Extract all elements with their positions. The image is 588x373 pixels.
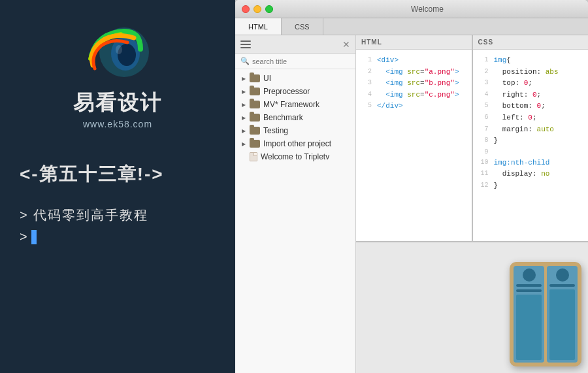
code-line: 10 img:nth-child [477, 157, 585, 169]
close-button[interactable] [242, 5, 250, 13]
logo-container: 易看设计 www.ek58.com [73, 20, 162, 129]
tree-item-mvframework[interactable]: ▶ MV* Framework [235, 98, 355, 111]
tree-label: UI [263, 74, 271, 83]
tree-item-import[interactable]: ▶ Import other project [235, 137, 355, 150]
card-circle [523, 268, 536, 282]
code-line: 4 <img src="c.png"> [360, 89, 468, 101]
code-panels-top: HTML 1 <div> 2 <img src="a.png"> [356, 35, 588, 242]
decorative-card [510, 262, 581, 366]
hamburger-icon[interactable] [240, 41, 251, 48]
logo-text: 易看设计 [73, 89, 162, 118]
code-line: 9 [477, 147, 585, 157]
tree-arrow: ▶ [240, 75, 247, 82]
search-box: 🔍 [235, 54, 355, 69]
card-line [516, 289, 542, 292]
code-line: 5 </div> [360, 101, 468, 112]
ide-window: Welcome HTML CSS ✕ 🔍 [235, 0, 588, 373]
file-tree-panel: ✕ 🔍 ▶ UI ▶ [235, 35, 356, 373]
html-code-panel: HTML 1 <div> 2 <img src="a.png"> [356, 35, 472, 241]
html-code-content[interactable]: 1 <div> 2 <img src="a.png"> 3 <img src="… [356, 50, 472, 241]
main-content: ✕ 🔍 ▶ UI ▶ [235, 35, 588, 373]
code-line: 1 img{ [477, 55, 585, 67]
bottom-panel [356, 242, 588, 373]
svg-point-3 [116, 45, 122, 54]
search-input[interactable] [252, 57, 350, 65]
tree-item-benchmark[interactable]: ▶ Benchmark [235, 111, 355, 124]
tree-item-welcome[interactable]: ▶ Welcome to Tripletv [235, 150, 355, 163]
tree-label: Welcome to Tripletv [261, 152, 329, 161]
folder-icon [250, 88, 260, 95]
code-line: 2 <img src="a.png"> [360, 67, 468, 78]
code-line: 6 left: 0; [477, 112, 585, 124]
traffic-lights [242, 5, 273, 13]
code-line: 7 margin: auto [477, 124, 585, 136]
tree-label: Preprocessor [263, 87, 310, 96]
card-panel-left [514, 266, 544, 363]
tree-arrow: ▶ [240, 101, 247, 108]
css-code-panel: CSS 1 img{ 2 position: abs [472, 35, 589, 241]
folder-icon [250, 140, 260, 148]
code-line: 4 right: 0; [477, 89, 585, 101]
tree-item-ui[interactable]: ▶ UI [235, 72, 355, 85]
tree-arrow: ▶ [240, 114, 247, 121]
code-panels: HTML 1 <div> 2 <img src="a.png"> [356, 35, 588, 373]
card-panel-right [547, 266, 578, 363]
chapter-title: <-第五十三章!-> [20, 162, 164, 187]
file-icon [250, 152, 257, 161]
code-line: 11 display: no [477, 169, 585, 180]
card-map [549, 289, 575, 360]
subtitle-line1: > 代码零到高手教程 [20, 206, 148, 224]
tree-arrow: ▶ [240, 88, 247, 95]
left-panel: 易看设计 www.ek58.com <-第五十三章!-> > 代码零到高手教程 … [0, 0, 235, 373]
tab-html[interactable]: HTML [235, 18, 282, 35]
tree-item-preprocessor[interactable]: ▶ Preprocessor [235, 85, 355, 98]
card-line [516, 284, 542, 287]
code-line: 2 position: abs [477, 67, 585, 78]
tree-item-testing[interactable]: ▶ Testing [235, 124, 355, 137]
file-tree-toolbar: ✕ [235, 35, 355, 54]
folder-icon [250, 101, 260, 108]
folder-icon [250, 74, 260, 82]
right-panel: Welcome HTML CSS ✕ 🔍 [235, 0, 588, 373]
tree-arrow: ▶ [240, 127, 247, 134]
subtitle-line2: > [20, 229, 37, 244]
html-panel-header: HTML [356, 35, 472, 50]
window-title: Welcome [273, 5, 581, 14]
tab-css[interactable]: CSS [282, 18, 323, 35]
search-icon: 🔍 [240, 57, 250, 65]
tree-label: Import other project [263, 139, 331, 148]
code-line: 12 } [477, 180, 585, 192]
title-bar: Welcome [235, 0, 588, 18]
css-panel-header: CSS [473, 35, 589, 50]
tree-arrow: ▶ [240, 140, 247, 147]
tree-label: Benchmark [263, 113, 303, 122]
tree-label: Testing [263, 126, 288, 135]
code-line: 5 bottom: 0; [477, 101, 585, 112]
close-tree-icon[interactable]: ✕ [342, 39, 350, 50]
card-map [516, 295, 542, 360]
folder-icon [250, 127, 260, 135]
logo-icon [78, 20, 157, 85]
maximize-button[interactable] [265, 5, 273, 13]
folder-icon [250, 114, 260, 122]
code-line: 3 top: 0; [477, 78, 585, 89]
cursor-blink [31, 230, 37, 244]
tree-items: ▶ UI ▶ Preprocessor ▶ MV* Framework [235, 69, 355, 373]
tab-bar: HTML CSS [235, 18, 588, 35]
logo-url: www.ek58.com [83, 119, 152, 129]
tree-label: MV* Framework [263, 100, 319, 109]
code-line: 3 <img src="b.png"> [360, 78, 468, 89]
code-line: 1 <div> [360, 55, 468, 67]
minimize-button[interactable] [253, 5, 261, 13]
card-line [549, 284, 575, 287]
card-circle [556, 268, 569, 282]
css-code-content[interactable]: 1 img{ 2 position: abs 3 top: 0; [473, 50, 589, 241]
code-line: 8 } [477, 135, 585, 147]
